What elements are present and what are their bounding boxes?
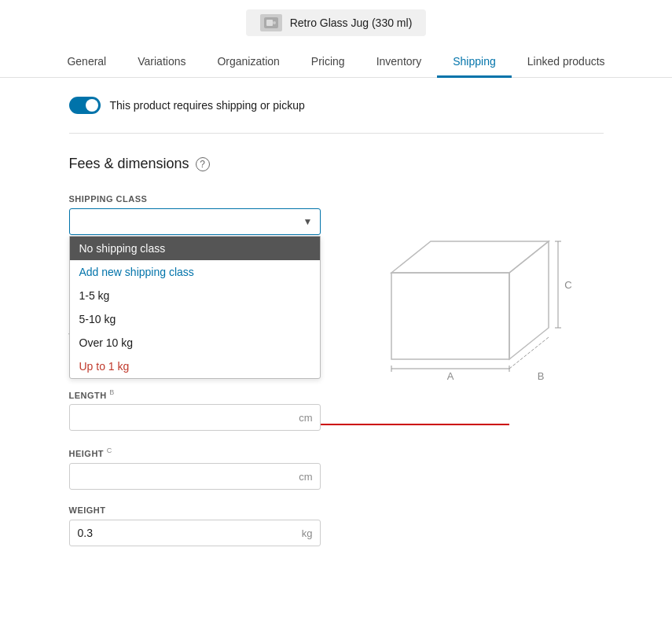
length-input[interactable] [69,404,321,431]
box-diagram: A B C [376,226,580,383]
tab-inventory[interactable]: Inventory [361,47,438,78]
shipping-class-select[interactable] [69,208,321,235]
tab-nav: General Variations Organization Pricing … [0,39,672,78]
dropdown-item-up-to-1kg[interactable]: Up to 1 kg [70,355,320,378]
tab-organization[interactable]: Organization [201,47,295,78]
svg-line-11 [509,337,549,369]
shipping-toggle-label: This product requires shipping or pickup [110,99,305,112]
product-title: Retro Glass Jug (330 ml) [290,17,413,29]
box-diagram-col: A B C [352,194,604,383]
tab-general[interactable]: General [51,47,122,78]
dropdown-item-5-10kg[interactable]: 5-10 kg [70,307,320,331]
weight-label: WEIGHT [69,505,321,515]
svg-text:B: B [537,370,544,382]
svg-marker-4 [391,273,509,359]
length-label: LENGTH B [69,388,321,400]
tab-linked-products[interactable]: Linked products [512,47,621,78]
shipping-class-dropdown: No shipping class Add new shipping class… [69,236,321,379]
shipping-class-label: SHIPPING CLASS [69,194,321,204]
product-title-bar: Retro Glass Jug (330 ml) [246,9,427,36]
shipping-toggle[interactable] [69,97,101,114]
height-group: HEIGHT C cm [69,446,321,490]
help-icon[interactable]: ? [196,157,210,171]
product-thumbnail [260,14,282,31]
weight-input[interactable] [69,520,321,546]
height-input-wrapper: cm [69,463,321,490]
weight-input-wrapper: kg [69,520,321,546]
height-label: HEIGHT C [69,446,321,458]
tab-shipping[interactable]: Shipping [437,47,512,78]
dropdown-item-no-shipping[interactable]: No shipping class [70,237,320,260]
svg-text:A: A [446,370,454,382]
shipping-class-select-wrapper: ▼ No shipping class Add new shipping cla… [69,208,321,235]
svg-marker-5 [391,241,549,273]
height-input[interactable] [69,463,321,490]
dropdown-item-1-5kg[interactable]: 1-5 kg [70,284,320,307]
section-divider [69,133,604,134]
shipping-class-group: SHIPPING CLASS ▼ No shipping class Add n… [69,194,321,235]
svg-rect-1 [266,20,273,26]
length-group: LENGTH B cm [69,388,321,432]
section-title-text: Fees & dimensions [69,156,189,172]
tab-variations[interactable]: Variations [122,47,201,78]
section-title: Fees & dimensions ? [69,156,604,172]
dropdown-item-over-10kg[interactable]: Over 10 kg [70,331,320,355]
svg-point-2 [273,21,276,24]
shipping-toggle-row: This product requires shipping or pickup [69,97,604,114]
svg-text:C: C [564,279,571,291]
length-input-wrapper: cm [69,404,321,431]
dropdown-item-add-new[interactable]: Add new shipping class [70,260,320,284]
tab-pricing[interactable]: Pricing [296,47,361,78]
weight-group: WEIGHT kg [69,505,321,546]
